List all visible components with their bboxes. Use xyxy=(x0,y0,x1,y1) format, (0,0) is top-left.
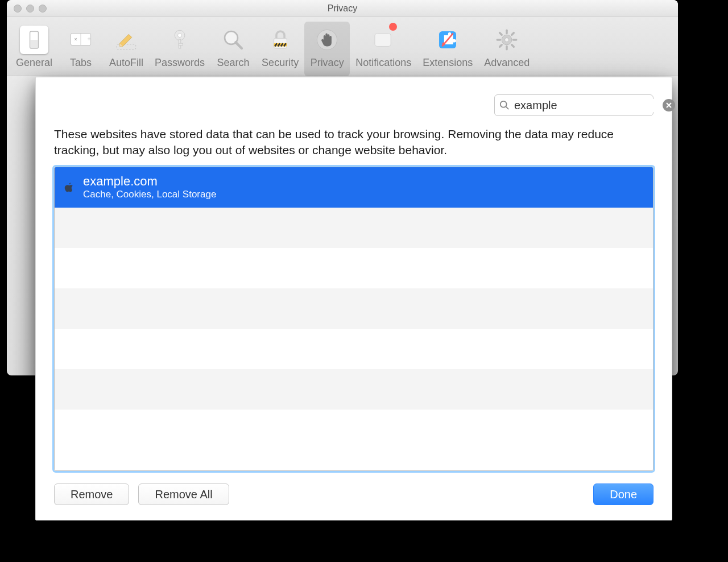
titlebar: Privacy xyxy=(7,0,678,17)
key-icon xyxy=(167,27,192,52)
svg-point-28 xyxy=(505,38,509,42)
site-domain: example.com xyxy=(83,174,216,189)
tab-autofill[interactable]: AutoFill xyxy=(104,22,149,76)
svg-rect-1 xyxy=(31,32,38,40)
remove-button[interactable]: Remove xyxy=(54,484,129,505)
preferences-toolbar: General × + Tabs AutoFill xyxy=(7,17,678,76)
tab-advanced[interactable]: Advanced xyxy=(478,22,535,76)
puzzle-icon xyxy=(435,27,460,52)
minimize-window-icon[interactable] xyxy=(26,5,34,13)
close-icon xyxy=(665,102,672,109)
svg-line-35 xyxy=(512,33,514,35)
list-item[interactable]: example.com Cache, Cookies, Local Storag… xyxy=(55,167,653,208)
gear-icon xyxy=(494,27,519,52)
website-data-list[interactable]: example.com Cache, Cookies, Local Storag… xyxy=(54,167,653,471)
remove-all-button[interactable]: Remove All xyxy=(138,484,229,505)
tab-general[interactable]: General xyxy=(10,22,58,76)
tabs-icon: × + xyxy=(68,27,93,52)
traffic-lights xyxy=(14,5,47,13)
svg-line-14 xyxy=(236,42,242,48)
list-item xyxy=(55,288,653,329)
list-item xyxy=(55,208,653,248)
tab-security[interactable]: Security xyxy=(256,22,304,76)
tab-passwords[interactable]: Passwords xyxy=(149,22,210,76)
svg-text:×: × xyxy=(75,36,77,42)
tab-notifications[interactable]: Notifications xyxy=(350,22,417,76)
close-window-icon[interactable] xyxy=(14,5,22,13)
padlock-icon xyxy=(268,27,293,52)
hand-icon xyxy=(315,27,340,52)
list-item xyxy=(55,248,653,288)
svg-rect-12 xyxy=(179,43,183,46)
list-item xyxy=(55,369,653,410)
done-button[interactable]: Done xyxy=(593,484,653,505)
magnifier-icon xyxy=(221,27,246,52)
svg-point-37 xyxy=(500,101,507,108)
tab-extensions[interactable]: Extensions xyxy=(417,22,478,76)
tab-search[interactable]: Search xyxy=(210,22,256,76)
pencil-icon xyxy=(114,27,139,52)
site-detail: Cache, Cookies, Local Storage xyxy=(83,189,216,200)
svg-text:+: + xyxy=(87,35,90,42)
tab-tabs[interactable]: × + Tabs xyxy=(58,22,104,76)
zoom-window-icon[interactable] xyxy=(39,5,47,13)
sheet-description: These websites have stored data that can… xyxy=(54,126,653,159)
svg-rect-23 xyxy=(375,34,391,47)
search-input[interactable] xyxy=(510,99,663,112)
search-icon xyxy=(499,100,510,110)
svg-line-36 xyxy=(500,45,502,47)
window-title: Privacy xyxy=(328,3,357,14)
svg-point-10 xyxy=(178,34,182,38)
svg-line-34 xyxy=(512,45,514,47)
notification-icon xyxy=(371,27,396,52)
website-data-sheet: These websites have stored data that can… xyxy=(35,77,672,520)
svg-line-33 xyxy=(500,33,502,35)
list-item xyxy=(55,329,653,369)
list-item xyxy=(55,410,653,450)
svg-line-38 xyxy=(506,107,509,110)
switch-icon xyxy=(20,26,48,54)
tab-privacy[interactable]: Privacy xyxy=(304,22,350,76)
apple-icon xyxy=(63,181,75,193)
clear-search-button[interactable] xyxy=(663,99,675,111)
search-field[interactable] xyxy=(494,94,653,116)
